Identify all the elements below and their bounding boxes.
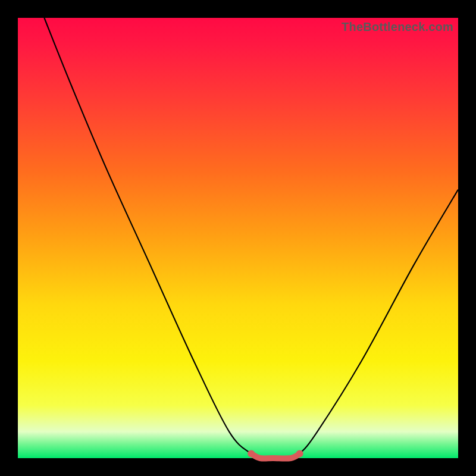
chart-frame: TheBottleneck.com [0, 0, 476, 476]
flat-bottom-start-dot [248, 450, 255, 458]
bottleneck-curve-path [44, 18, 458, 459]
curve-svg [18, 18, 458, 458]
flat-bottom-end-dot [296, 450, 303, 458]
plot-area: TheBottleneck.com [18, 18, 458, 458]
flat-bottom-highlight-path [251, 454, 299, 459]
